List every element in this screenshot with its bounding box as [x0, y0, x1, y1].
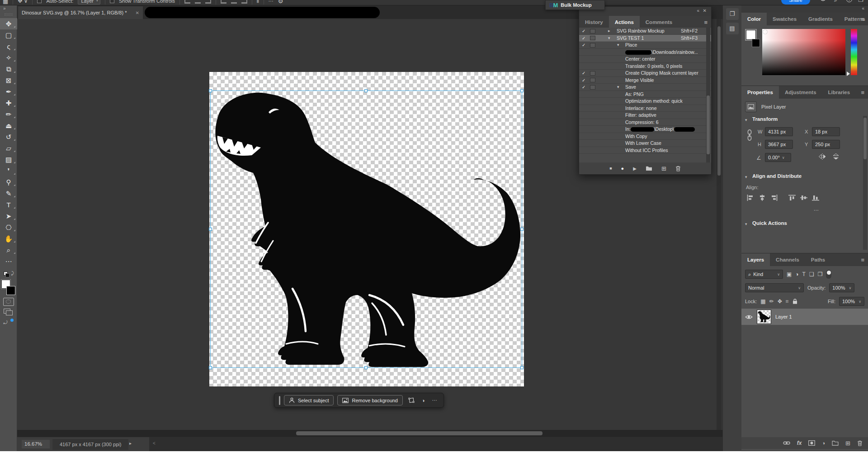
- chevron-down-icon[interactable]: ∨: [782, 156, 785, 160]
- align-bottom-icon[interactable]: [241, 0, 247, 4]
- filter-shape-layers-icon[interactable]: ❑: [809, 271, 814, 277]
- blur-tool[interactable]: ❜: [0, 165, 17, 176]
- collapsed-panel-icon-b[interactable]: ▤: [726, 23, 739, 34]
- default-swap-colors-icon[interactable]: ⤸: [4, 271, 14, 278]
- dialog-toggle[interactable]: [590, 36, 595, 40]
- horizontal-scroll-thumb[interactable]: [296, 431, 542, 435]
- tab-comments[interactable]: Comments: [640, 16, 678, 29]
- opacity-field[interactable]: 100%∨: [829, 283, 854, 292]
- rectangular-marquee-tool[interactable]: ▢: [0, 29, 17, 41]
- action-detail-row[interactable]: \Downloads\rainbow...: [579, 49, 711, 56]
- align-bottom-edges-icon[interactable]: [812, 195, 819, 201]
- actions-scroll-thumb[interactable]: [707, 95, 710, 154]
- blend-mode-dropdown[interactable]: Normal∨: [745, 283, 804, 292]
- share-button[interactable]: Share: [781, 0, 810, 5]
- collapse-icon[interactable]: ▾: [617, 42, 619, 49]
- panel-menu-icon[interactable]: ≡: [861, 16, 864, 23]
- filter-kind-dropdown[interactable]: ⌕Kind∨: [745, 270, 783, 279]
- align-middle-icon[interactable]: [231, 0, 237, 4]
- crop-tool[interactable]: ⧉: [0, 63, 17, 75]
- type-tool[interactable]: T: [0, 199, 17, 210]
- lock-transparency-icon[interactable]: ▦: [760, 298, 765, 305]
- frame-tool[interactable]: ⊠: [0, 75, 17, 86]
- align-settings-gear-icon[interactable]: ⚙: [278, 0, 283, 5]
- action-detail-row[interactable]: Without ICC Profiles: [579, 147, 711, 154]
- fill-field[interactable]: 100%∨: [839, 297, 864, 306]
- share-image-button[interactable]: ⤾: [4, 319, 14, 328]
- auto-select-target-dropdown[interactable]: Layer: [78, 0, 100, 5]
- background-color-swatch[interactable]: [752, 39, 760, 47]
- saturation-brightness-picker[interactable]: [762, 29, 845, 75]
- tab-channels[interactable]: Channels: [770, 253, 805, 266]
- layer-style-fx-icon[interactable]: fx: [797, 440, 802, 446]
- zoom-tool[interactable]: ⌕: [0, 244, 17, 256]
- toggle-item-check[interactable]: ✓: [582, 77, 588, 84]
- collapse-dock-icon[interactable]: «: [862, 6, 864, 11]
- action-detail-row[interactable]: Filter: adaptive: [579, 112, 711, 119]
- toggle-item-check[interactable]: ✓: [582, 35, 588, 42]
- workspace-layout-icon[interactable]: ❐: [858, 0, 863, 3]
- gradient-tool[interactable]: ▨: [0, 154, 17, 165]
- action-detail-row[interactable]: With Lower Case: [579, 140, 711, 147]
- align-top-edges-icon[interactable]: [788, 195, 796, 201]
- taskbar-drag-handle[interactable]: [279, 396, 280, 405]
- dialog-toggle[interactable]: [590, 71, 595, 76]
- eyedropper-tool[interactable]: ✒: [0, 86, 17, 97]
- align-more-icon[interactable]: ⋯: [814, 207, 820, 213]
- action-row[interactable]: ✓ ▸ SVG Rainbow Mockup Shft+F2: [579, 28, 711, 35]
- lasso-tool[interactable]: ς: [0, 41, 17, 52]
- lock-all-icon[interactable]: [793, 299, 797, 304]
- flip-vertical-icon[interactable]: [832, 153, 840, 160]
- align-top-icon[interactable]: [221, 0, 226, 4]
- transform-selection-box[interactable]: [210, 91, 522, 368]
- handle-top-left[interactable]: [209, 89, 212, 92]
- new-group-folder-icon[interactable]: [832, 440, 839, 446]
- link-layers-icon[interactable]: [783, 441, 790, 445]
- dialog-toggle[interactable]: [590, 43, 595, 48]
- status-prev-icon[interactable]: <: [153, 441, 156, 446]
- collapse-panel-icon[interactable]: «: [697, 8, 699, 13]
- link-dimensions-icon[interactable]: [747, 129, 752, 141]
- action-row-selected[interactable]: ✓ ▾ SVG TEST 1 Shft+F3: [579, 35, 711, 42]
- remove-background-button[interactable]: Remove background: [337, 395, 403, 405]
- collapse-icon[interactable]: ▾: [745, 175, 747, 179]
- foreground-background-swatches[interactable]: [1, 280, 16, 295]
- adjustments-icon[interactable]: ◑: [420, 398, 427, 403]
- lock-artboard-icon[interactable]: ⌗: [786, 298, 789, 305]
- action-detail-row[interactable]: As: PNG: [579, 91, 711, 98]
- toggle-item-check[interactable]: ✓: [582, 28, 588, 35]
- action-detail-row[interactable]: Compression: 6: [579, 119, 711, 126]
- history-brush-tool[interactable]: ↺: [0, 131, 17, 143]
- close-tab-icon[interactable]: ✕: [136, 10, 139, 15]
- action-detail-row[interactable]: With Copy: [579, 133, 711, 140]
- handle-top-right[interactable]: [520, 89, 524, 92]
- align-left-edges-icon[interactable]: [747, 195, 754, 201]
- handle-middle-left[interactable]: [209, 228, 212, 231]
- align-left-icon[interactable]: [184, 0, 190, 4]
- new-adjustment-layer-icon[interactable]: ◑: [822, 440, 825, 446]
- new-layer-icon[interactable]: ⊞: [845, 440, 850, 447]
- tab-history[interactable]: History: [579, 16, 609, 29]
- status-next-icon[interactable]: ▸: [129, 441, 132, 446]
- edit-toolbar-icon[interactable]: ⋯: [0, 256, 17, 267]
- vertical-scrollbar[interactable]: [717, 19, 722, 430]
- clone-stamp-tool[interactable]: ⏏: [0, 120, 17, 131]
- notifications-bell-icon[interactable]: [820, 0, 826, 2]
- search-icon[interactable]: ⌕: [834, 0, 837, 4]
- transform-icon[interactable]: [406, 397, 416, 403]
- tab-layers[interactable]: Layers: [741, 253, 770, 266]
- toggle-item-check[interactable]: ✓: [582, 84, 588, 91]
- show-transform-checkbox[interactable]: [110, 0, 114, 3]
- layer-thumbnail[interactable]: [757, 310, 771, 324]
- stop-recording-icon[interactable]: ■: [609, 166, 612, 171]
- delete-layer-icon[interactable]: [857, 440, 863, 446]
- collapse-icon[interactable]: ▾: [745, 222, 747, 226]
- tab-libraries[interactable]: Libraries: [822, 86, 856, 99]
- background-color-swatch[interactable]: [6, 286, 15, 295]
- action-step-row[interactable]: ✓ Create Clipping Mask current layer: [579, 70, 711, 77]
- tab-color[interactable]: Color: [741, 13, 767, 25]
- layer-row[interactable]: Layer 1: [741, 309, 868, 325]
- action-step-row[interactable]: ✓ ▾ Save: [579, 84, 711, 91]
- action-step-row[interactable]: ✓ ▾ Place: [579, 42, 711, 49]
- quick-mask-button[interactable]: [3, 298, 14, 306]
